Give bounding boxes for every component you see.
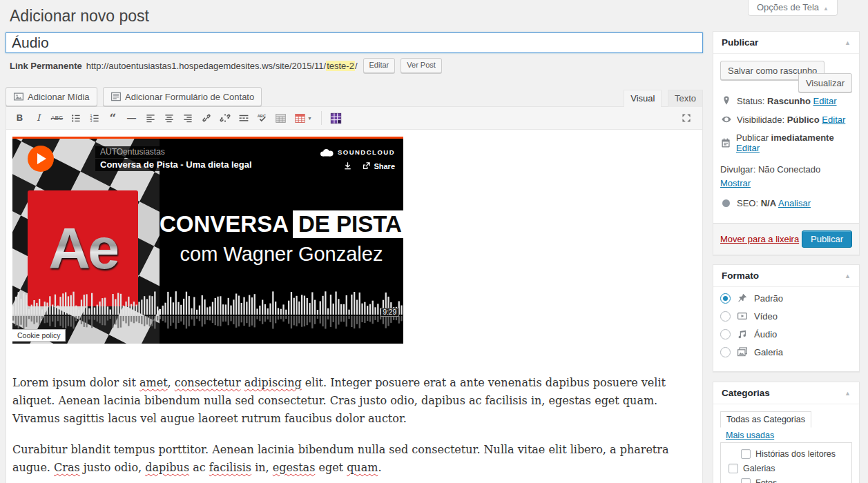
gallery-icon <box>736 346 749 357</box>
minor-publishing-actions: Salvar como rascunho Visualizar <box>720 59 852 95</box>
table-button[interactable] <box>271 110 290 126</box>
permalink-edit-button[interactable]: Editar <box>363 58 396 73</box>
misspelled-word: consectetur <box>175 376 241 389</box>
format-option-galeria: Galeria <box>720 346 852 357</box>
duration-badge: 9:29 <box>380 308 399 317</box>
audio-icon <box>736 328 749 339</box>
numbered-list-icon: 123 <box>89 112 100 124</box>
strikethrough-icon: ABC <box>51 110 63 126</box>
misspelled-word: Cras <box>54 461 80 474</box>
seo-analyze-link[interactable]: Analisar <box>778 198 811 208</box>
track-title[interactable]: Conversa de Pista - Uma dieta legal <box>95 159 257 171</box>
artist-name[interactable]: AUTOentusiastas <box>95 146 170 158</box>
contact-form-icon <box>110 91 122 102</box>
tablepress-grid-button[interactable] <box>327 110 345 126</box>
video-icon <box>736 310 749 322</box>
editor-mode-tabs: Visual Texto <box>621 90 703 107</box>
category-checkbox[interactable] <box>729 464 738 473</box>
status-row: Status: Rascunho Editar <box>720 95 852 106</box>
misspelled-word: amet <box>139 376 168 389</box>
category-checkbox[interactable] <box>741 449 751 459</box>
tab-all-categories[interactable]: Todas as Categorias <box>720 411 811 428</box>
text-segment: Lorem ipsum dolor sit <box>12 376 139 389</box>
title-wrap <box>6 32 703 53</box>
misspelled-word: facilisis <box>209 461 251 474</box>
tab-visual[interactable]: Visual <box>624 90 662 107</box>
publish-panel: Publicar ▲ Salvar como rascunho Visualiz… <box>713 31 860 255</box>
radio-button[interactable] <box>720 293 731 304</box>
align-center-button[interactable] <box>160 110 178 126</box>
soundcloud-embed[interactable]: Ae AUTOentusiastas Conversa de Pista - U… <box>12 137 403 344</box>
tablepress-grid-icon <box>330 112 342 124</box>
track-info: AUTOentusiastas Conversa de Pista - Uma … <box>95 146 257 172</box>
category-checkbox[interactable] <box>741 478 751 483</box>
play-icon <box>37 153 46 164</box>
radio-button[interactable] <box>720 347 731 357</box>
collapse-arrow-icon[interactable]: ▲ <box>845 39 851 46</box>
audio-waveform[interactable] <box>12 288 403 337</box>
cookie-policy-link[interactable]: Cookie policy <box>12 329 66 342</box>
edit-schedule-link[interactable]: Editar <box>736 143 760 153</box>
bullet-list-icon <box>70 112 81 124</box>
publish-button[interactable]: Publicar <box>802 230 852 248</box>
more-tag-button[interactable] <box>234 110 253 126</box>
visibility-row: Visibilidade: Público Editar <box>720 114 852 125</box>
italic-button[interactable]: I <box>29 110 48 126</box>
view-post-button[interactable]: Ver Post <box>401 58 442 73</box>
numbered-list-button[interactable]: 123 <box>85 110 104 126</box>
permalink-slug[interactable]: teste-2 <box>326 61 355 71</box>
publicize-show-link[interactable]: Mostrar <box>720 178 751 188</box>
fullscreen-button[interactable] <box>677 110 695 126</box>
italic-icon: I <box>37 110 40 126</box>
format-panel-header[interactable]: Formato ▲ <box>713 265 859 287</box>
share-button[interactable]: Share <box>362 161 395 170</box>
collapse-arrow-icon[interactable]: ▲ <box>845 273 851 279</box>
add-contact-form-button[interactable]: Adicionar Formulário de Contato <box>103 87 262 106</box>
post-title-input[interactable] <box>6 32 703 53</box>
link-icon <box>201 112 212 124</box>
link-button[interactable] <box>197 110 215 126</box>
media-buttons-row: Adicionar Mídia Adicionar Formulário de … <box>6 87 703 106</box>
move-to-trash-link[interactable]: Mover para a lixeira <box>720 234 799 244</box>
play-button[interactable] <box>28 146 54 172</box>
radio-button[interactable] <box>720 311 731 322</box>
bullet-list-button[interactable] <box>66 110 85 126</box>
categories-panel: Categorias ▲ Todas as CategoriasMais usa… <box>713 382 860 483</box>
svg-text:3: 3 <box>90 119 92 123</box>
category-checklist[interactable]: Histórias dos leitoresGaleriasFotosInsta… <box>720 442 852 483</box>
seo-row: SEO: N/A Analisar <box>720 198 852 208</box>
tab-most-used[interactable]: Mais usadas <box>720 428 780 443</box>
download-button[interactable] <box>343 161 352 170</box>
misspelled-word: adipiscing <box>244 376 302 389</box>
sidebar: Opções de Tela▲ Publicar ▲ Salvar como r… <box>713 0 860 483</box>
align-left-button[interactable] <box>141 110 160 126</box>
align-right-button[interactable] <box>178 110 197 126</box>
categories-panel-header[interactable]: Categorias ▲ <box>713 382 859 404</box>
add-media-button[interactable]: Adicionar Mídia <box>6 87 97 106</box>
edit-status-link[interactable]: Editar <box>813 96 837 106</box>
screen-options-button[interactable]: Opções de Tela▲ <box>748 0 838 16</box>
preview-button[interactable]: Visualizar <box>798 73 852 92</box>
misspelled-word: quam <box>347 461 378 474</box>
strikethrough-button[interactable]: ABC <box>48 110 66 126</box>
post-body-text[interactable]: Lorem ipsum dolor sit amet, consectetur … <box>12 374 696 477</box>
align-right-icon <box>182 112 193 124</box>
bold-button[interactable]: B <box>10 110 29 126</box>
table-red-dropdown-button[interactable]: ▼ <box>290 110 316 126</box>
collapse-arrow-icon[interactable]: ▲ <box>845 390 851 397</box>
radio-button[interactable] <box>720 329 731 339</box>
editor-toolbar: BIABC123“—ABC▼ <box>6 107 702 130</box>
unlink-button[interactable] <box>215 110 234 126</box>
text-segment: in, <box>251 461 273 474</box>
horizontal-rule-button[interactable]: — <box>122 110 141 126</box>
editor-content[interactable]: Ae AUTOentusiastas Conversa de Pista - U… <box>6 130 702 477</box>
publish-panel-header[interactable]: Publicar ▲ <box>713 32 859 54</box>
edit-visibility-link[interactable]: Editar <box>822 115 845 125</box>
tab-text[interactable]: Texto <box>668 90 703 107</box>
blockquote-button[interactable]: “ <box>104 110 122 126</box>
text-segment: ac <box>189 461 209 474</box>
format-option-label: Padrão <box>754 293 783 304</box>
spellcheck-button[interactable]: ABC <box>253 110 271 126</box>
calendar-icon <box>720 137 731 148</box>
soundcloud-logo[interactable]: SOUNDCLOUD <box>319 148 395 157</box>
